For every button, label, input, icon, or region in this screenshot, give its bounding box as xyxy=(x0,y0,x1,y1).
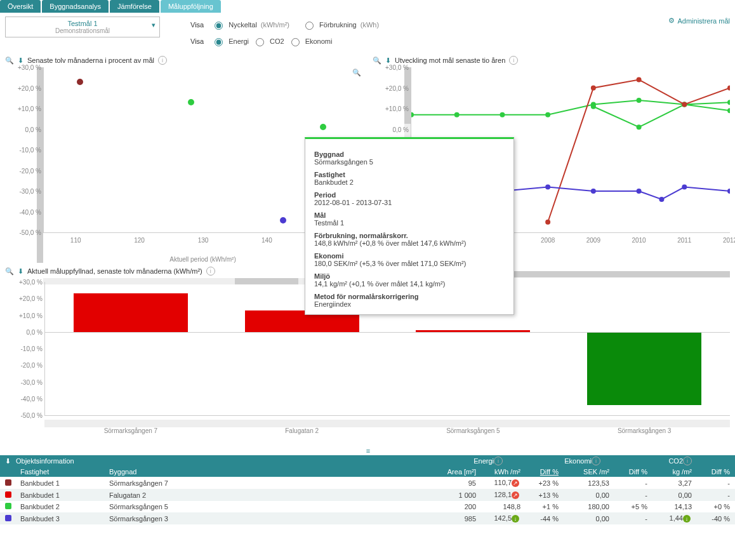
cell-sek: 180,00 xyxy=(559,503,609,510)
tt-eko: 180,0 SEK/m² (+5,3 % över målet 171,0 SE… xyxy=(314,260,466,267)
svg-point-15 xyxy=(682,102,687,107)
svg-point-23 xyxy=(659,197,664,202)
zoom-corner-icon[interactable]: 🔍 xyxy=(352,69,361,77)
tooltip-popup: Byggnad Sörmarksgången 5 Fastighet Bankb… xyxy=(305,137,514,315)
tab-maluppfoljning[interactable]: Måluppföljning xyxy=(161,0,221,13)
cell-area: 1 000 xyxy=(432,491,476,499)
cell-diff2: +5 % xyxy=(609,503,647,510)
zoom-icon[interactable]: 🔍 xyxy=(5,267,14,276)
cell-byggnad: Sörmarksgången 5 xyxy=(109,503,300,510)
info-icon[interactable]: i xyxy=(683,457,692,465)
cell-area: 985 xyxy=(432,515,476,523)
info-icon[interactable]: i xyxy=(509,56,518,65)
radio-ekonomi-label: Ekonomi xyxy=(305,35,333,48)
tab-byggnadsanalys[interactable]: Byggnadsanalys xyxy=(42,0,109,13)
goal-dropdown[interactable]: Testmål 1 Demonstrationsmål ▾ xyxy=(5,17,160,37)
radio-energi[interactable] xyxy=(215,38,223,46)
cell-byggnad: Falugatan 2 xyxy=(109,491,300,499)
info-icon[interactable]: i xyxy=(592,457,600,465)
cell-area: 95 xyxy=(432,479,476,487)
svg-point-2 xyxy=(500,112,505,117)
th-sek[interactable]: SEK /m² xyxy=(559,468,609,476)
cell-diff2: - xyxy=(609,515,647,523)
tabs: Översikt Byggnadsanalys Jämförelse Målup… xyxy=(0,0,735,13)
cell-kg: 14,13 xyxy=(647,503,692,510)
color-dot xyxy=(5,503,11,509)
th-diff1[interactable]: Diff % xyxy=(520,468,559,476)
th-area[interactable]: Area [m²] xyxy=(432,468,476,476)
svg-point-11 xyxy=(727,108,730,113)
info-icon[interactable]: i xyxy=(494,457,503,465)
cell-kwh: 142,5↓ xyxy=(476,514,520,523)
th-fastighet[interactable]: Fastighet xyxy=(20,468,109,476)
data-point[interactable] xyxy=(188,99,194,105)
radio-forbrukning[interactable] xyxy=(305,22,314,30)
chevron-down-icon: ▾ xyxy=(152,21,156,29)
radio-nyckeltal[interactable] xyxy=(215,22,223,30)
admin-link[interactable]: ⚙ Administrera mål xyxy=(668,17,730,25)
table-row[interactable]: Bankbudet 1Sörmarksgången 795110,7↗+23 %… xyxy=(0,477,735,489)
data-point[interactable] xyxy=(320,124,326,130)
cell-fastighet: Bankbudet 1 xyxy=(20,479,109,487)
cell-kg: 3,27 xyxy=(647,479,692,487)
radio-ekonomi[interactable] xyxy=(291,38,300,46)
bar[interactable] xyxy=(74,293,188,331)
cell-area: 200 xyxy=(432,503,476,510)
table-row[interactable]: Bankbudet 3Sörmarksgången 3985142,5↓-44 … xyxy=(0,512,735,524)
svg-point-25 xyxy=(727,189,730,194)
tt-fastighet: Bankbudet 2 xyxy=(314,178,354,186)
download-icon[interactable]: ⬇ xyxy=(18,267,23,276)
cell-sek: 0,00 xyxy=(559,491,609,499)
th-kwh[interactable]: kWh /m² xyxy=(476,468,520,476)
radio-co2-label: CO2 xyxy=(270,35,284,48)
th-kg[interactable]: kg /m² xyxy=(647,468,692,476)
tt-miljo: 14,1 kg/m² (+0,1 % över målet 14,1 kg/m²… xyxy=(314,280,445,288)
gear-icon: ⚙ xyxy=(668,17,675,25)
tt-byggnad: Sörmarksgången 5 xyxy=(314,158,373,166)
data-point[interactable] xyxy=(280,217,286,223)
bar[interactable] xyxy=(587,332,701,406)
th-diff3[interactable]: Diff % xyxy=(692,468,730,476)
tt-miljo-lbl: Miljö xyxy=(314,272,505,280)
tab-oversikt[interactable]: Översikt xyxy=(0,0,41,13)
cell-sek: 0,00 xyxy=(559,515,609,523)
unit-kwh: (kWh) xyxy=(361,18,379,31)
download-icon[interactable]: ⬇ xyxy=(5,457,11,465)
cell-diff3: - xyxy=(692,479,730,487)
th-byggnad[interactable]: Byggnad xyxy=(109,468,300,476)
table-row[interactable]: Bankbudet 1Falugatan 21 000128,1↗+13 %0,… xyxy=(0,489,735,501)
tt-mal-lbl: Mål xyxy=(314,211,505,219)
radio-co2[interactable] xyxy=(256,38,264,46)
color-dot xyxy=(5,515,11,521)
data-table: ⬇ Objektsinformation Energi i Ekonomi i … xyxy=(0,455,735,524)
cell-fastighet: Bankbudet 2 xyxy=(20,503,109,510)
tt-metod: Energiindex xyxy=(314,300,351,308)
tt-mal: Testmål 1 xyxy=(314,219,344,227)
svg-point-12 xyxy=(545,220,550,225)
svg-point-24 xyxy=(682,185,687,190)
cell-fastighet: Bankbudet 1 xyxy=(20,491,109,499)
scrollbar-x[interactable] xyxy=(44,420,730,427)
svg-point-22 xyxy=(637,189,642,194)
svg-point-21 xyxy=(591,189,596,194)
admin-label: Administrera mål xyxy=(677,17,730,25)
th-co2: CO2 xyxy=(639,457,683,465)
svg-point-0 xyxy=(411,112,414,117)
table-row[interactable]: Bankbudet 2Sörmarksgången 5200148,8+1 %1… xyxy=(0,501,735,512)
th-diff2[interactable]: Diff % xyxy=(609,468,647,476)
splitter[interactable]: ≡ xyxy=(0,446,735,455)
tab-jamforelse[interactable]: Jämförelse xyxy=(110,0,159,13)
svg-point-10 xyxy=(682,102,687,107)
info-icon[interactable]: i xyxy=(206,267,215,276)
info-icon[interactable]: i xyxy=(158,56,167,65)
th-ekonomi: Ekonomi xyxy=(541,457,592,465)
tt-metod-lbl: Metod för normalårskorrigering xyxy=(314,293,505,300)
svg-point-6 xyxy=(682,102,687,107)
data-point[interactable] xyxy=(77,79,83,85)
cell-diff2: - xyxy=(609,479,647,487)
view-radios: Visa Nyckeltal (kWh/m²) Förbrukning (kWh… xyxy=(185,17,384,50)
cell-byggnad: Sörmarksgången 7 xyxy=(109,479,300,487)
visa2-label: Visa xyxy=(190,35,204,48)
svg-point-16 xyxy=(727,86,730,91)
svg-point-20 xyxy=(545,185,550,190)
